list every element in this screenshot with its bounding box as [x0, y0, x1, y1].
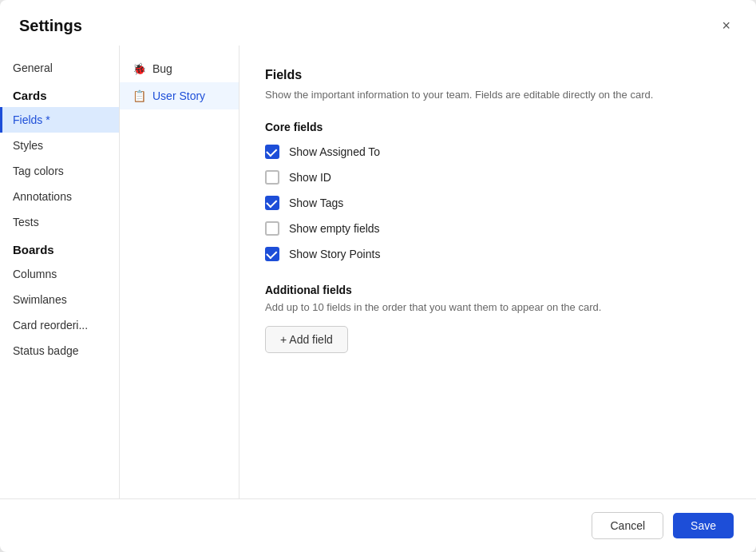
- close-button[interactable]: ×: [715, 14, 737, 38]
- field-row-show-empty-fields: Show empty fields: [265, 221, 730, 236]
- core-fields-title: Core fields: [265, 121, 730, 133]
- bug-icon: 🐞: [133, 62, 146, 75]
- main-content: Fields Show the important information to…: [239, 46, 756, 498]
- dialog-body: General Cards Fields * Styles Tag colors…: [0, 46, 756, 498]
- dialog-header: Settings ×: [0, 0, 756, 46]
- additional-fields-title: Additional fields: [265, 284, 730, 296]
- type-item-user-story[interactable]: 📋 User Story: [120, 82, 239, 109]
- cancel-button[interactable]: Cancel: [592, 512, 663, 539]
- sidebar-item-general[interactable]: General: [0, 55, 119, 81]
- core-fields-list: Show Assigned To Show ID Show Tags Show …: [265, 145, 730, 261]
- field-row-show-story-points: Show Story Points: [265, 247, 730, 261]
- fields-section-desc: Show the important information to your t…: [265, 87, 730, 103]
- sidebar-columns-label: Columns: [13, 268, 57, 280]
- sidebar-item-card-reordering[interactable]: Card reorderi...: [0, 312, 119, 338]
- sidebar-tag-colors-label: Tag colors: [13, 165, 64, 177]
- sidebar-cards-section: Cards: [0, 81, 119, 107]
- sidebar-item-swimlanes[interactable]: Swimlanes: [0, 287, 119, 312]
- dialog-footer: Cancel Save: [0, 498, 756, 552]
- sidebar-swimlanes-label: Swimlanes: [13, 293, 67, 306]
- field-label-show-tags: Show Tags: [289, 197, 343, 209]
- sidebar-annotations-label: Annotations: [13, 190, 72, 203]
- sidebar: General Cards Fields * Styles Tag colors…: [0, 46, 120, 498]
- field-label-show-empty-fields: Show empty fields: [289, 222, 380, 235]
- sidebar-item-tag-colors[interactable]: Tag colors: [0, 158, 119, 184]
- save-button[interactable]: Save: [673, 513, 734, 538]
- sidebar-boards-section: Boards: [0, 235, 119, 261]
- sidebar-styles-label: Styles: [13, 139, 43, 152]
- user-story-icon: 📋: [133, 89, 146, 102]
- type-user-story-label: User Story: [152, 89, 205, 102]
- sidebar-tests-label: Tests: [13, 216, 39, 228]
- field-row-show-assigned-to: Show Assigned To: [265, 145, 730, 159]
- checkbox-show-story-points[interactable]: [265, 247, 279, 261]
- sidebar-general-label: General: [13, 62, 53, 74]
- field-label-show-story-points: Show Story Points: [289, 248, 380, 260]
- type-bug-label: Bug: [152, 62, 172, 75]
- fields-section-title: Fields: [265, 68, 730, 82]
- field-label-show-assigned-to: Show Assigned To: [289, 145, 380, 158]
- dialog-title: Settings: [19, 17, 82, 35]
- sidebar-item-status-badge[interactable]: Status badge: [0, 338, 119, 363]
- additional-fields-desc: Add up to 10 fields in the order that yo…: [265, 301, 730, 313]
- checkbox-show-assigned-to[interactable]: [265, 145, 279, 159]
- sidebar-item-columns[interactable]: Columns: [0, 261, 119, 287]
- checkbox-show-empty-fields[interactable]: [265, 221, 279, 236]
- checkbox-show-tags[interactable]: [265, 196, 279, 210]
- field-label-show-id: Show ID: [289, 171, 331, 184]
- sidebar-fields-label: Fields *: [13, 113, 50, 126]
- type-item-bug[interactable]: 🐞 Bug: [120, 55, 239, 82]
- field-row-show-id: Show ID: [265, 170, 730, 185]
- checkbox-show-id[interactable]: [265, 170, 279, 185]
- sidebar-item-annotations[interactable]: Annotations: [0, 184, 119, 209]
- field-row-show-tags: Show Tags: [265, 196, 730, 210]
- sidebar-item-styles[interactable]: Styles: [0, 133, 119, 158]
- settings-dialog: Settings × General Cards Fields * Styles…: [0, 0, 756, 552]
- sidebar-status-badge-label: Status badge: [13, 344, 79, 357]
- sidebar-item-tests[interactable]: Tests: [0, 209, 119, 235]
- sidebar-card-reordering-label: Card reorderi...: [13, 319, 88, 332]
- sidebar-item-fields[interactable]: Fields *: [0, 107, 119, 133]
- type-panel: 🐞 Bug 📋 User Story: [120, 46, 239, 498]
- add-field-button[interactable]: + Add field: [265, 326, 348, 353]
